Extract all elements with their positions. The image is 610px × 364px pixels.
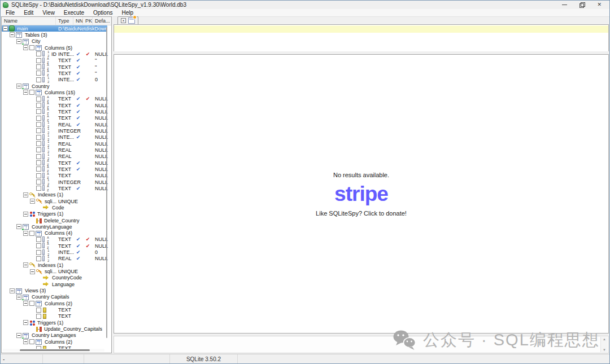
collapse-toggle-icon[interactable] (23, 301, 28, 306)
tree-row-id[interactable]: 12IDINTE...✔✔NULL (2, 51, 107, 57)
tree-row[interactable]: AZTEXT✔✔NULL (2, 243, 107, 249)
tree-row[interactable]: AZTEXT✔'' (2, 70, 107, 76)
row-checkbox[interactable] (36, 51, 41, 56)
tree-row[interactable]: AZTEXT✔NULL (2, 115, 107, 121)
tree-row-countrycode[interactable]: CountryCode (2, 275, 107, 281)
tree-row[interactable]: TEXT (2, 306, 107, 313)
tree-row[interactable]: 12INTEGERNULL (2, 128, 107, 134)
tree-row-columns-4[interactable]: Columns (4) (2, 230, 107, 236)
collapse-toggle-icon[interactable] (23, 231, 28, 236)
tree-row[interactable]: AZTEXT✔NULL (2, 160, 107, 166)
collapse-toggle-icon[interactable] (30, 269, 35, 274)
row-checkbox[interactable] (36, 58, 41, 63)
tree-row[interactable]: 12INTEGERNULL (2, 179, 107, 185)
tree-row[interactable]: 12REALNULL (2, 147, 107, 153)
tree-row[interactable]: AZTEXTNULL (2, 173, 107, 179)
row-checkbox[interactable] (36, 103, 41, 108)
row-checkbox[interactable] (36, 116, 41, 121)
tree-row-city[interactable]: City (2, 38, 107, 45)
row-checkbox[interactable] (36, 154, 41, 159)
tree-row[interactable]: 12REALNULL (2, 141, 107, 147)
editor-active-line[interactable] (114, 25, 608, 33)
collapse-toggle-icon[interactable] (10, 32, 15, 37)
tree-row[interactable]: 12REAL✔NULL (2, 121, 107, 128)
close-tab-icon[interactable]: × (121, 18, 126, 23)
tree-row-columns-2[interactable]: Columns (2) (2, 339, 107, 345)
menu-item-file[interactable]: File (1, 9, 19, 16)
collapse-toggle-icon[interactable] (16, 39, 21, 44)
row-checkbox[interactable] (36, 243, 41, 248)
row-checkbox[interactable] (36, 308, 41, 313)
tree-row-code[interactable]: Code (2, 204, 107, 210)
collapse-toggle-icon[interactable] (3, 26, 8, 31)
row-checkbox[interactable] (36, 250, 41, 255)
tree-row-country[interactable]: Country (2, 83, 107, 89)
tree-row[interactable]: AZTEXT✔'' (2, 64, 107, 70)
tree-row[interactable]: AZTEXT✔NULL (2, 166, 107, 172)
row-checkbox[interactable] (36, 128, 41, 133)
row-checkbox[interactable] (36, 186, 41, 191)
row-checkbox[interactable] (36, 97, 41, 102)
tree-header-name[interactable]: Name (2, 17, 56, 25)
row-checkbox[interactable] (36, 256, 41, 261)
tree-row-sqli[interactable]: sqli...UNIQUE (2, 198, 107, 204)
menu-item-execute[interactable]: Execute (59, 9, 89, 16)
results-scrollbar[interactable]: ▲ ▼ (600, 337, 608, 352)
restore-button[interactable] (580, 2, 585, 7)
tree-row[interactable]: 12INTE...✔0 (2, 77, 107, 83)
row-checkbox[interactable] (36, 109, 41, 114)
collapse-toggle-icon[interactable] (23, 320, 28, 325)
tree-row-country-languages[interactable]: Country Languages (2, 332, 107, 339)
row-checkbox[interactable] (29, 231, 34, 236)
minimize-button[interactable] (562, 2, 567, 7)
new-query-icon[interactable] (128, 17, 135, 24)
tree-row-main[interactable]: mainD:\BaiduNetdiskDownload\ (2, 25, 107, 32)
collapse-toggle-icon[interactable] (16, 224, 21, 229)
close-button[interactable]: ✕ (597, 2, 602, 7)
menu-item-options[interactable]: Options (89, 9, 117, 16)
menu-item-view[interactable]: View (38, 9, 59, 16)
tree-row[interactable]: AZTEXT✔✔NULL (2, 236, 107, 243)
tree-row-columns-2[interactable]: Columns (2) (2, 300, 107, 306)
sql-editor[interactable] (114, 24, 609, 51)
row-checkbox[interactable] (36, 173, 41, 178)
tree-row-triggers-1[interactable]: Triggers (1) (2, 319, 107, 326)
row-checkbox[interactable] (36, 314, 41, 319)
tree-row-indexes-1[interactable]: Indexes (1) (2, 262, 107, 268)
row-checkbox[interactable] (36, 77, 41, 82)
row-checkbox[interactable] (29, 45, 34, 50)
tree-row-columns-15[interactable]: Columns (15) (2, 89, 107, 95)
tree-header-nn[interactable]: NN (73, 17, 83, 25)
collapse-toggle-icon[interactable] (16, 84, 21, 89)
tree-row-country-capitals[interactable]: Country Capitals (2, 294, 107, 300)
collapse-toggle-icon[interactable] (23, 262, 28, 267)
row-checkbox[interactable] (36, 135, 41, 140)
collapse-toggle-icon[interactable] (23, 90, 28, 95)
tree-row-indexes-1[interactable]: Indexes (1) (2, 192, 107, 198)
tree-row[interactable]: AZTEXT✔NULL (2, 185, 107, 191)
tree-row-sqli[interactable]: sqli...UNIQUE (2, 268, 107, 274)
row-checkbox[interactable] (36, 122, 41, 127)
collapse-toggle-icon[interactable] (23, 212, 28, 217)
tree-row[interactable]: 12INTE...✔NULL (2, 134, 107, 141)
tree-row-countrylanguage[interactable]: CountryLanguage (2, 223, 107, 230)
menu-item-edit[interactable]: Edit (19, 9, 38, 16)
collapse-toggle-icon[interactable] (30, 199, 35, 204)
tree-row[interactable]: 12REALNULL (2, 154, 107, 160)
row-checkbox[interactable] (36, 71, 41, 76)
tree-row-views-3[interactable]: Views (3) (2, 287, 107, 293)
tree-vertical-scrollbar[interactable] (106, 27, 107, 338)
tree-row[interactable]: TEXT (2, 313, 107, 319)
stripe-logo[interactable]: stripe (334, 183, 388, 204)
row-checkbox[interactable] (36, 147, 41, 152)
collapse-toggle-icon[interactable] (23, 45, 28, 50)
tree-row-tables-3[interactable]: Tables (3) (2, 32, 107, 38)
tree-row[interactable]: 12REAL✔NULL (2, 256, 107, 262)
scroll-down-icon[interactable]: ▼ (601, 348, 608, 352)
tree-header-type[interactable]: Type (56, 17, 73, 25)
collapse-toggle-icon[interactable] (23, 192, 28, 198)
row-checkbox[interactable] (36, 237, 41, 242)
row-checkbox[interactable] (29, 339, 34, 344)
scroll-up-icon[interactable]: ▲ (601, 337, 608, 341)
query-tab[interactable]: × (117, 16, 138, 24)
